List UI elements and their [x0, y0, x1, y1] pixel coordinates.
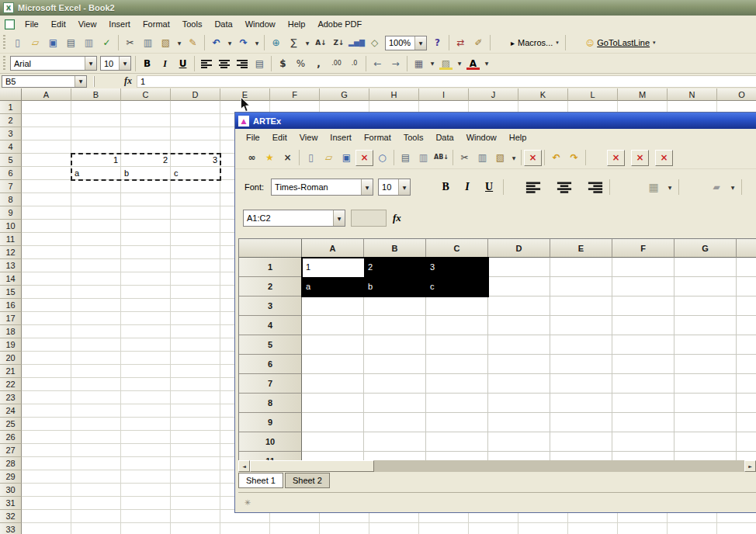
align-left-button[interactable]	[197, 55, 215, 71]
autosum-button[interactable]: ∑	[285, 35, 303, 51]
excel-column-header-n[interactable]: N	[668, 88, 717, 101]
excel-menu-insert[interactable]: Insert	[102, 17, 137, 31]
artex-name-box-arrow-icon[interactable]	[333, 210, 345, 226]
name-box-arrow-icon[interactable]	[75, 76, 86, 87]
redo-button[interactable]: ↷	[565, 150, 583, 166]
artex-cell-a1[interactable]: 1	[302, 258, 364, 277]
missing-icon-button-2[interactable]: ×	[524, 150, 542, 166]
align-right-button[interactable]	[585, 178, 605, 196]
insert-function-button[interactable]: fx	[124, 75, 132, 87]
undo-button[interactable]: ↶	[547, 150, 565, 166]
bold-button[interactable]: B	[138, 55, 156, 71]
excel-column-header-k[interactable]: K	[518, 88, 568, 101]
excel-row-header-24[interactable]: 24	[0, 404, 22, 418]
fill-color-dropdown[interactable]	[455, 55, 464, 71]
align-center-button[interactable]	[215, 55, 233, 71]
excel-row-header-7[interactable]: 7	[0, 180, 22, 193]
artex-row-header-7[interactable]: 7	[239, 374, 302, 394]
font-size-combo[interactable]: 10	[378, 179, 411, 196]
bold-button[interactable]: B	[435, 178, 456, 196]
excel-column-header-i[interactable]: I	[419, 88, 469, 101]
excel-menu-help[interactable]: Help	[282, 17, 312, 31]
artex-row-header-2[interactable]: 2	[239, 277, 302, 296]
artex-row-header-6[interactable]: 6	[239, 355, 302, 374]
excel-row-header-1[interactable]: 1	[0, 101, 22, 114]
artex-cell-c2[interactable]: c	[426, 277, 488, 296]
print-button[interactable]: ▤	[62, 35, 80, 51]
increase-decimal-button[interactable]: .00	[328, 55, 345, 71]
sheet-tab-sheet-2[interactable]: Sheet 2	[285, 473, 330, 488]
excel-cell-d6[interactable]: c	[171, 167, 220, 180]
align-right-button[interactable]	[233, 55, 251, 71]
excel-cell-c5[interactable]: 2	[121, 154, 171, 167]
new-button[interactable]: ▯	[302, 150, 320, 166]
artex-row-header-1[interactable]: 1	[239, 258, 302, 277]
artex-menu-file[interactable]: File	[240, 130, 266, 144]
open-button[interactable]: ▱	[26, 35, 44, 51]
artex-menu-tools[interactable]: Tools	[397, 130, 430, 144]
excel-menu-data[interactable]: Data	[208, 17, 238, 31]
hyperlink-button[interactable]: ⊕	[267, 35, 285, 51]
zoom-combo[interactable]: 100%	[385, 36, 427, 50]
excel-column-header-l[interactable]: L	[568, 88, 618, 101]
zoom-button[interactable]: ○	[373, 150, 391, 166]
excel-column-header-e[interactable]: E	[220, 88, 270, 101]
redo-dropdown[interactable]	[252, 35, 262, 51]
excel-row-header-13[interactable]: 13	[0, 259, 22, 272]
excel-menu-window[interactable]: Window	[239, 17, 282, 31]
excel-cell-d5[interactable]: 3	[171, 154, 220, 167]
euro-convert-button[interactable]: ⇄	[452, 35, 470, 51]
artex-row-header-5[interactable]: 5	[239, 335, 302, 355]
excel-column-header-h[interactable]: H	[369, 88, 419, 101]
excel-row-header-19[interactable]: 19	[0, 338, 22, 352]
paste-dropdown[interactable]	[175, 35, 184, 51]
missing-icon-button-5[interactable]: ×	[655, 150, 673, 166]
merge-center-button[interactable]: ▤	[251, 55, 269, 71]
paste-dropdown[interactable]	[509, 150, 518, 166]
artex-column-header-partial[interactable]	[737, 239, 756, 258]
redo-button[interactable]: ↷	[234, 35, 252, 51]
open-button[interactable]: ▱	[320, 150, 338, 166]
excel-row-header-5[interactable]: 5	[0, 154, 22, 167]
excel-row-header-8[interactable]: 8	[0, 193, 22, 206]
percent-button[interactable]: %	[292, 55, 310, 71]
excel-column-header-d[interactable]: D	[171, 88, 220, 101]
new-button[interactable]: ▯	[9, 35, 26, 51]
x-button[interactable]: ×	[279, 150, 297, 166]
macros-button-arrow-icon[interactable]: ▾	[556, 40, 559, 46]
excel-cell-c6[interactable]: b	[121, 167, 171, 180]
excel-row-header-28[interactable]: 28	[0, 457, 22, 470]
fill-dropdown[interactable]	[728, 179, 737, 196]
formula-input[interactable]: 1	[137, 75, 756, 88]
undo-button[interactable]: ↶	[207, 35, 225, 51]
excel-row-header-15[interactable]: 15	[0, 286, 22, 299]
eyeglasses-button[interactable]: ∞	[243, 150, 261, 166]
excel-titlebar[interactable]: Microsoft Excel - Book2	[0, 0, 756, 16]
artex-menu-view[interactable]: View	[293, 130, 324, 144]
decrease-decimal-button[interactable]: .0	[345, 55, 363, 71]
excel-menu-edit[interactable]: Edit	[45, 17, 72, 31]
macros-button[interactable]: ▸Macros...▾	[507, 35, 563, 51]
spelling-button[interactable]: ✓	[98, 35, 116, 51]
borders-button[interactable]: ▦	[410, 55, 428, 71]
excel-row-header-32[interactable]: 32	[0, 510, 22, 523]
excel-cell-b6[interactable]: a	[71, 167, 121, 180]
borders-dropdown[interactable]	[665, 179, 675, 196]
artex-row-header-3[interactable]: 3	[239, 296, 302, 316]
excel-row-header-12[interactable]: 12	[0, 246, 22, 259]
excel-column-header-b[interactable]: B	[71, 88, 121, 101]
artex-column-header-g[interactable]: G	[675, 239, 737, 258]
excel-row-header-26[interactable]: 26	[0, 431, 22, 444]
excel-row-header-21[interactable]: 21	[0, 365, 22, 378]
excel-row-header-4[interactable]: 4	[0, 140, 22, 154]
chart-wizard-button[interactable]: ▂▅▇	[348, 35, 366, 51]
comma-button[interactable]: ,	[310, 55, 328, 71]
artex-column-header-d[interactable]: D	[488, 239, 550, 258]
underline-button[interactable]: U	[174, 55, 192, 71]
undo-dropdown[interactable]	[225, 35, 234, 51]
artex-cell-b2[interactable]: b	[364, 277, 426, 296]
favorites-star-button[interactable]: ★	[261, 150, 279, 166]
italic-button[interactable]: I	[457, 178, 477, 196]
excel-row-header-30[interactable]: 30	[0, 484, 22, 497]
excel-menu-format[interactable]: Format	[137, 17, 176, 31]
